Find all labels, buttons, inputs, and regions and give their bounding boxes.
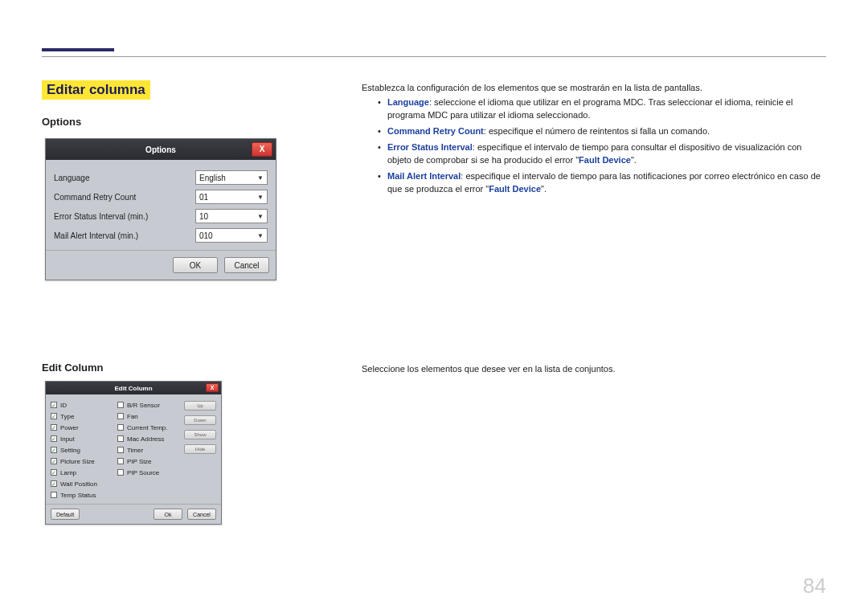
checkbox-item[interactable]: ✓Picture Size <box>51 456 117 467</box>
checkbox-item[interactable]: PIP Size <box>117 456 184 467</box>
term-language: Language <box>387 97 429 107</box>
editcolumn-dialog-title: Edit Column X <box>46 382 221 394</box>
checkbox-icon[interactable]: ✓ <box>51 402 57 408</box>
bullet-language: Language: seleccione el idioma que utili… <box>378 96 826 122</box>
row-language: Language English ▼ <box>54 168 268 187</box>
default-button[interactable]: Default <box>51 509 80 520</box>
checkbox-icon[interactable] <box>51 492 57 498</box>
checkbox-icon[interactable] <box>117 413 124 419</box>
editcolumn-text: Seleccione los elementos que desee ver e… <box>362 364 826 374</box>
close-button[interactable]: X <box>252 142 272 157</box>
options-bullet-list: Language: seleccione el idioma que utili… <box>378 96 826 199</box>
intro-text: Establezca la configuración de los eleme… <box>362 83 826 92</box>
checkbox-label: Lamp <box>60 469 76 476</box>
checkbox-item[interactable]: Mac Address <box>117 433 184 444</box>
section-title: Editar columna <box>42 80 150 100</box>
checkbox-icon[interactable]: ✓ <box>51 447 57 453</box>
term-command-retry: Command Retry Count <box>387 126 484 136</box>
checkbox-item[interactable]: ✓ID <box>51 399 117 411</box>
label-language: Language <box>54 174 195 182</box>
checkbox-item[interactable]: Fan <box>117 411 184 422</box>
checkbox-icon[interactable] <box>117 458 124 464</box>
fault-device-2: Fault Device <box>489 184 541 194</box>
checkbox-item[interactable]: PIP Source <box>117 467 184 478</box>
header-rule <box>42 56 826 57</box>
chevron-down-icon: ▼ <box>257 194 264 201</box>
dropdown-language[interactable]: English ▼ <box>195 170 268 185</box>
checkbox-label: B/R Sensor <box>127 402 160 409</box>
chevron-down-icon: ▼ <box>257 232 264 239</box>
dropdown-mail-interval[interactable]: 010 ▼ <box>195 228 268 243</box>
checkbox-item[interactable]: B/R Sensor <box>117 399 184 411</box>
editcolumn-col2: B/R SensorFanCurrent Temp.Mac AddressTim… <box>117 399 184 501</box>
checkbox-item[interactable]: ✓Wall Position <box>51 478 117 489</box>
checkbox-icon[interactable]: ✓ <box>51 435 57 442</box>
checkbox-label: Picture Size <box>60 458 95 465</box>
row-retry: Command Retry Count 01 ▼ <box>54 187 268 206</box>
down-button[interactable]: Down <box>184 415 216 425</box>
show-button[interactable]: Show <box>184 430 216 439</box>
checkbox-label: Timer <box>127 447 143 454</box>
checkbox-icon[interactable]: ✓ <box>51 413 57 419</box>
label-error-interval: Error Status Interval (min.) <box>54 212 195 221</box>
checkbox-item[interactable]: Timer <box>117 444 184 456</box>
checkbox-label: Wall Position <box>60 480 97 488</box>
checkbox-icon[interactable]: ✓ <box>51 469 57 476</box>
checkbox-item[interactable]: ✓Type <box>51 411 117 422</box>
label-retry: Command Retry Count <box>54 193 195 202</box>
checkbox-label: Fan <box>127 413 138 420</box>
editcolumn-footer: Default Ok Cancel <box>46 504 221 524</box>
fault-device-1: Fault Device <box>579 155 631 165</box>
cancel-button[interactable]: Cancel <box>187 509 216 520</box>
editcolumn-body: ✓ID✓Type✓Power✓Input✓Setting✓Picture Siz… <box>46 394 221 504</box>
editcolumn-col1: ✓ID✓Type✓Power✓Input✓Setting✓Picture Siz… <box>51 399 117 501</box>
checkbox-item[interactable]: ✓Setting <box>51 444 117 456</box>
checkbox-label: Power <box>60 424 79 431</box>
row-error-interval: Error Status Interval (min.) 10 ▼ <box>54 206 268 226</box>
checkbox-icon[interactable] <box>117 424 124 431</box>
dropdown-retry[interactable]: 01 ▼ <box>195 190 268 204</box>
checkbox-item[interactable]: Temp Status <box>51 489 117 501</box>
ok-button[interactable]: OK <box>173 257 218 273</box>
ok-button[interactable]: Ok <box>154 509 182 520</box>
chevron-down-icon: ▼ <box>257 174 264 182</box>
row-mail-interval: Mail Alert Interval (min.) 010 ▼ <box>54 226 268 245</box>
checkbox-label: PIP Source <box>127 469 159 476</box>
bullet-mail-alert: Mail Alert Interval: especifique el inte… <box>378 170 826 196</box>
checkbox-item[interactable]: ✓Lamp <box>51 467 117 478</box>
dropdown-error-interval[interactable]: 10 ▼ <box>195 209 268 223</box>
checkbox-label: Temp Status <box>60 492 96 499</box>
options-dialog-title: Options X <box>46 139 276 160</box>
header-accent-bar <box>42 48 114 51</box>
checkbox-label: Current Temp. <box>127 424 168 431</box>
checkbox-label: ID <box>60 402 67 409</box>
checkbox-label: Type <box>60 413 74 420</box>
bullet-command-retry: Command Retry Count: especifique el núme… <box>378 125 826 138</box>
close-button[interactable]: X <box>206 383 219 392</box>
checkbox-label: Setting <box>60 447 80 454</box>
checkbox-icon[interactable] <box>117 435 124 442</box>
checkbox-icon[interactable]: ✓ <box>51 480 57 487</box>
editcolumn-side-buttons: Up Down Show Hide <box>184 399 216 501</box>
cancel-button[interactable]: Cancel <box>224 257 269 273</box>
checkbox-icon[interactable] <box>117 402 124 408</box>
term-mail-alert: Mail Alert Interval <box>387 171 461 181</box>
term-error-status: Error Status Interval <box>387 142 473 152</box>
checkbox-item[interactable]: Current Temp. <box>117 422 184 433</box>
checkbox-label: PIP Size <box>127 458 152 465</box>
options-dialog-footer: OK Cancel <box>46 250 276 280</box>
checkbox-label: Input <box>60 435 75 443</box>
checkbox-icon[interactable] <box>117 447 124 453</box>
label-mail-interval: Mail Alert Interval (min.) <box>54 231 195 240</box>
bullet-error-status: Error Status Interval: especifique el in… <box>378 141 826 167</box>
up-button[interactable]: Up <box>184 401 216 411</box>
options-heading: Options <box>42 116 81 128</box>
checkbox-icon[interactable]: ✓ <box>51 458 57 464</box>
checkbox-item[interactable]: ✓Power <box>51 422 117 433</box>
editcolumn-heading: Edit Column <box>42 362 104 374</box>
checkbox-icon[interactable] <box>117 469 124 476</box>
hide-button[interactable]: Hide <box>184 444 216 454</box>
checkbox-icon[interactable]: ✓ <box>51 424 57 431</box>
options-dialog: Options X Language English ▼ Command Ret… <box>45 138 276 280</box>
checkbox-item[interactable]: ✓Input <box>51 433 117 444</box>
